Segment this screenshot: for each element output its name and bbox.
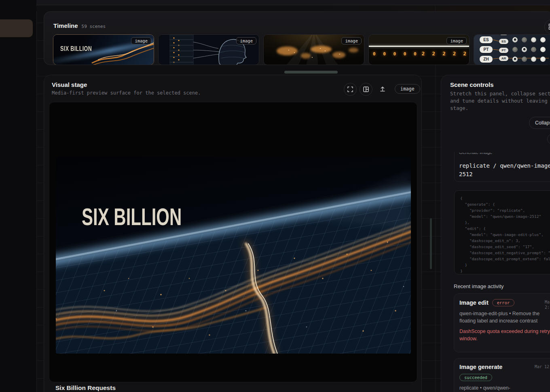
scene-name-heading: Six Billion Requests	[55, 384, 116, 392]
activity-card-image-generate[interactable]: Image generate Mar 12, succeeded replica…	[454, 358, 550, 392]
upload-button[interactable]	[379, 85, 386, 93]
activity-error-message: DashScope quota exceeded during retry wi…	[459, 328, 550, 342]
scene-thumbnail-world-map[interactable]: image	[263, 34, 364, 65]
baseball-icon	[540, 37, 546, 42]
controls-scroll-area[interactable]: Generate image replicate / qwen/qwen-ima…	[454, 152, 550, 280]
timeline-layout-button[interactable]	[544, 19, 550, 34]
recent-activity-heading: Recent image activity	[454, 283, 504, 289]
fullscreen-icon	[347, 86, 353, 92]
counter-digits-small: 0 0 0 0 0	[373, 51, 419, 57]
activity-title: Image generate	[459, 364, 502, 370]
model-name-line1: replicate / qwen/qwen-image-	[459, 162, 550, 169]
tennis-icon	[522, 37, 527, 42]
scene-controls-title: Scene controls	[450, 81, 494, 88]
baseball-icon	[540, 57, 546, 62]
status-badge-error: error	[492, 299, 515, 306]
scene-controls-subtitle: Stretch this panel, collapse sections, a…	[450, 90, 550, 112]
visual-stage-panel: Visual stage Media-first preview surface…	[44, 75, 422, 392]
tennis-icon	[512, 47, 518, 52]
soccer-icon	[512, 37, 518, 42]
activity-description: replicate • qwen/qwen-	[459, 384, 548, 392]
hero-title-text: SIX BILLION	[82, 205, 182, 229]
image-type-badge: image	[236, 37, 256, 44]
language-pill-small: AR	[499, 56, 508, 61]
scene-controls-panel: Scene controls Stretch this panel, colla…	[441, 75, 550, 392]
language-pill-large: PT	[480, 46, 493, 53]
timeline-thumbnail-strip: SIX BILLION image	[53, 34, 550, 65]
media-preview-surface[interactable]: SIX BILLION	[49, 102, 417, 382]
image-type-badge: image	[341, 37, 362, 44]
activity-card-image-edit[interactable]: Image edit error Mar 12, 2: qwen-image-e…	[454, 293, 550, 352]
scene-thumbnail-languages[interactable]: ES PT ZH ES PT AR	[474, 34, 550, 65]
status-badge-succeeded: succeeded	[459, 374, 492, 381]
grid-icon	[548, 23, 550, 30]
activity-timestamp: Mar 12, 2:	[545, 299, 550, 310]
upload-icon	[379, 86, 386, 92]
panel-expand-button[interactable]	[547, 134, 550, 144]
scene-thumbnail-server-head[interactable]: image	[158, 34, 259, 65]
soccer-icon	[512, 57, 518, 62]
timeline-card: Timeline 59 scenes	[44, 11, 550, 65]
tennis-icon	[522, 57, 527, 62]
split-view-icon	[363, 86, 369, 92]
soccer-icon	[522, 47, 527, 52]
screen: Timeline 59 scenes	[0, 0, 550, 392]
image-type-badge: image	[131, 37, 151, 44]
timeline-title: Timeline	[53, 22, 78, 29]
timeline-scene-count: 59 scenes	[82, 24, 106, 29]
baseball-icon	[540, 47, 546, 52]
split-view-button[interactable]	[360, 83, 372, 96]
language-pill-large: ZH	[480, 56, 493, 63]
visual-stage-title: Visual stage	[52, 81, 87, 88]
counter-digits-medium: 2 2 2 2 2 2 2	[422, 51, 470, 57]
activity-timestamp: Mar 12,	[535, 364, 550, 369]
counter-rule-line	[369, 46, 469, 47]
background-nav-highlight	[0, 19, 33, 37]
image-type-badge: image	[446, 37, 467, 44]
activity-title: Image edit	[459, 299, 489, 306]
fullscreen-button[interactable]	[344, 83, 357, 96]
tennis-icon	[531, 47, 536, 52]
timeline-scrollbar-thumb[interactable]	[284, 71, 338, 74]
scene-thumbnail-six-billion[interactable]: SIX BILLION image	[53, 34, 154, 65]
activity-description: qwen-image-edit-plus • Remove the floati…	[459, 310, 543, 325]
scene-hero-image: SIX BILLION	[56, 157, 411, 354]
basketball-icon	[531, 37, 536, 42]
top-bar-glow	[36, 6, 550, 11]
background-scrollbar-thumb[interactable]	[430, 218, 432, 269]
collapse-button[interactable]: Collapse	[529, 117, 550, 129]
language-pill-small: PT	[499, 48, 508, 53]
thumbnail-title-text: SIX BILLION	[60, 45, 92, 53]
language-pill-small: ES	[499, 39, 508, 44]
thumbnail-artwork: ES PT ZH ES PT AR	[474, 35, 550, 65]
language-pill-large: ES	[480, 36, 493, 43]
basketball-icon	[531, 57, 536, 62]
generate-section-label: Generate image	[459, 153, 492, 156]
scene-thumbnail-counter[interactable]: 0 0 0 0 0 2 2 2 2 2 2 2 2,000,000 image	[368, 34, 470, 65]
model-config-code-block: { "generate": { "provider": "replicate",…	[454, 190, 550, 274]
model-name-line2: 2512	[459, 171, 473, 177]
visual-stage-subtitle: Media-first preview surface for the sele…	[52, 90, 201, 96]
media-type-pill: image	[395, 84, 420, 94]
top-bar	[36, 0, 550, 5]
